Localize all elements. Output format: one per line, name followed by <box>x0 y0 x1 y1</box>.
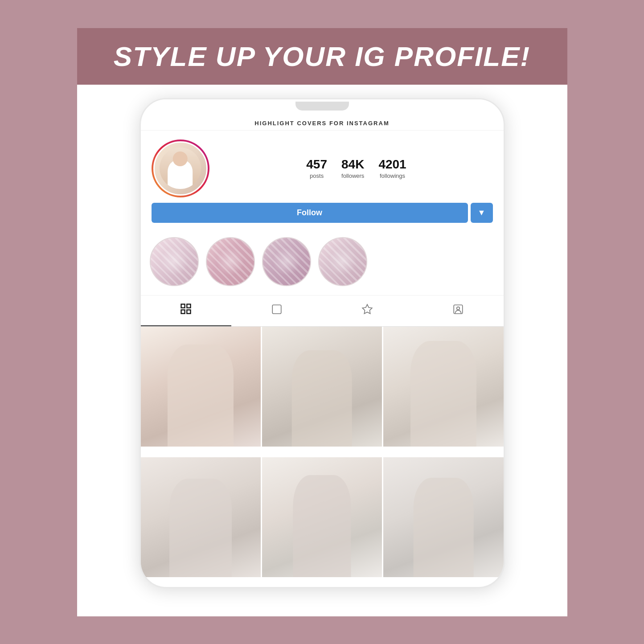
svg-rect-3 <box>187 310 191 313</box>
stats-section: 457 posts 84K followers 4201 followings <box>220 157 493 179</box>
highlight-circle-2 <box>206 237 255 286</box>
followers-stat: 84K followers <box>341 157 364 179</box>
highlight-circle-1 <box>150 237 199 286</box>
photo-cell-4 <box>141 457 261 577</box>
photo-cell-5 <box>262 457 382 577</box>
photo-cell-3 <box>383 327 503 447</box>
avatar-figure <box>160 148 201 189</box>
followings-count: 4201 <box>378 157 406 172</box>
followers-label: followers <box>341 172 364 179</box>
phone-notch <box>295 102 349 111</box>
svg-rect-2 <box>181 310 185 313</box>
photo-cell-6 <box>383 457 503 577</box>
avatar-inner <box>153 141 208 196</box>
tabs-section <box>141 295 504 327</box>
highlight-1[interactable] <box>150 237 199 286</box>
followings-label: followings <box>380 172 405 179</box>
svg-point-7 <box>457 307 460 310</box>
highlight-2[interactable] <box>206 237 255 286</box>
photo-cell-1 <box>141 327 261 447</box>
ig-header: HIGHLIGHT COVERS FOR INSTAGRAM <box>141 113 504 131</box>
dropdown-button[interactable]: ▼ <box>471 203 493 223</box>
profile-section: 457 posts 84K followers 4201 followings <box>141 131 504 203</box>
svg-marker-5 <box>362 304 372 314</box>
highlight-pattern-3 <box>263 238 310 285</box>
silk-swirl-4 <box>319 238 366 285</box>
highlight-circle-3 <box>262 237 311 286</box>
svg-rect-0 <box>181 304 185 308</box>
star-icon <box>361 304 373 318</box>
highlight-circle-4 <box>318 237 367 286</box>
silk-swirl-1 <box>151 238 198 285</box>
tab-saved[interactable] <box>322 295 413 326</box>
feed-icon <box>271 304 283 318</box>
follow-section: Follow ▼ <box>141 203 504 230</box>
main-container: STYLE UP YOUR IG PROFILE! HIGHLIGHT COVE… <box>77 28 567 616</box>
phone-top-bar <box>141 99 504 113</box>
highlight-3[interactable] <box>262 237 311 286</box>
svg-rect-4 <box>272 305 281 314</box>
silk-swirl-2 <box>207 238 254 285</box>
highlight-pattern-1 <box>151 238 198 285</box>
svg-rect-1 <box>187 304 191 308</box>
photo-grid <box>141 327 504 587</box>
posts-count: 457 <box>306 157 327 172</box>
followers-count: 84K <box>341 157 364 172</box>
tab-feed[interactable] <box>231 295 322 326</box>
photo-cell-2 <box>262 327 382 447</box>
follow-button[interactable]: Follow <box>152 203 468 223</box>
silk-swirl-3 <box>263 238 310 285</box>
title-text: STYLE UP YOUR IG PROFILE! <box>95 41 550 72</box>
tab-tagged[interactable] <box>413 295 504 326</box>
person-icon <box>452 304 464 318</box>
phone-mockup: HIGHLIGHT COVERS FOR INSTAGRAM 457 posts… <box>139 98 505 588</box>
grid-icon <box>180 303 192 318</box>
avatar-ring <box>152 139 209 197</box>
highlight-4[interactable] <box>318 237 367 286</box>
tab-grid[interactable] <box>141 295 232 326</box>
posts-label: posts <box>310 172 324 179</box>
highlights-section <box>141 230 504 295</box>
highlight-pattern-2 <box>207 238 254 285</box>
highlight-pattern-4 <box>319 238 366 285</box>
title-banner: STYLE UP YOUR IG PROFILE! <box>77 28 567 85</box>
followings-stat: 4201 followings <box>378 157 406 179</box>
posts-stat: 457 posts <box>306 157 327 179</box>
